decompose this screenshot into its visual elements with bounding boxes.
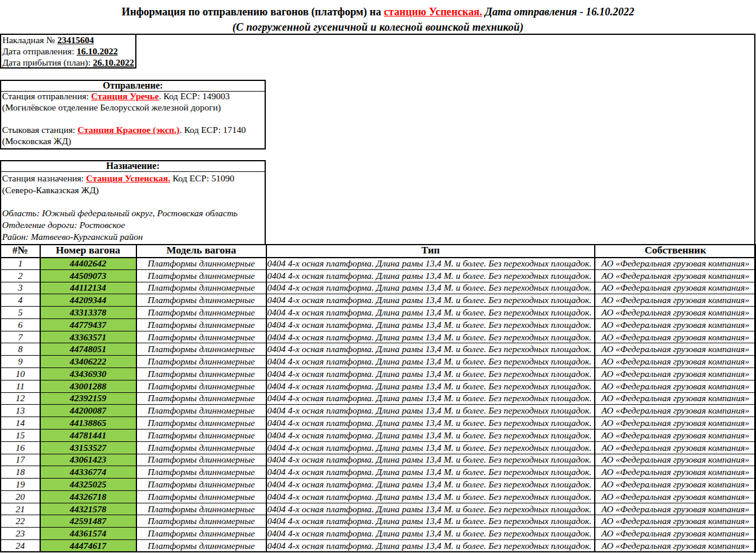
row-index-cell: 15 <box>1 429 40 441</box>
wagon-model-cell: Платформы длинномерные <box>136 318 267 331</box>
row-index-cell: 12 <box>1 392 40 405</box>
row-index-cell: 5 <box>1 307 40 319</box>
departure-station-line: Станция отправления: Станция Уречье. Код… <box>2 90 265 102</box>
wagon-model-cell: Платформы длинномерные <box>136 429 267 441</box>
row-index-cell: 7 <box>1 331 40 343</box>
wagon-type-cell: 0404 4-х осная платформа. Длина рамы 13,… <box>266 479 595 491</box>
departure-station-label: Станция отправления: <box>2 91 92 101</box>
wagon-model-cell: Платформы длинномерные <box>136 528 267 540</box>
row-index-cell: 18 <box>1 466 40 479</box>
wagon-table-row: 2044326718Платформы длинномерные0404 4-х… <box>1 490 756 503</box>
wagon-type-cell: 0404 4-х осная платформа. Длина рамы 13,… <box>266 368 595 380</box>
wagon-model-cell: Платформы длинномерные <box>136 294 267 307</box>
wagon-table-row: 244509073Платформы длинномерные0404 4-х … <box>1 269 756 282</box>
wagon-table-row: 1043436930Платформы длинномерные0404 4-х… <box>1 368 756 380</box>
departure-station-name: Станция Уречье <box>91 91 159 101</box>
wagon-number-cell: 44474617 <box>40 539 136 552</box>
destination-station-code: Код ЕСР: 51090 <box>170 173 234 183</box>
wagon-number-cell: 44326718 <box>40 490 136 503</box>
wagon-number-cell: 43001288 <box>40 380 136 392</box>
wagon-number-cell: 44402642 <box>40 258 136 270</box>
junction-station-line: Стыковая станция: Станция Красное (эксп.… <box>2 124 265 135</box>
row-index-cell: 21 <box>1 503 40 515</box>
wagon-table-row: 1944325025Платформы длинномерные0404 4-х… <box>1 479 756 491</box>
document-page: { "page": { "width": 1280, "height": 936… <box>0 0 756 553</box>
wagon-table-row: 2444474617Платформы длинномерные0404 4-х… <box>1 539 756 552</box>
wagon-number-cell: 42392159 <box>40 392 136 405</box>
row-index-cell: 22 <box>1 515 40 528</box>
wagon-model-cell: Платформы длинномерные <box>136 417 267 430</box>
wagon-owner-cell: АО «Федеральная грузовая компания» <box>595 392 756 405</box>
row-index-cell: 16 <box>1 441 40 454</box>
destination-station-label: Станция назначения: <box>2 173 86 183</box>
wagon-owner-cell: АО «Федеральная грузовая компания» <box>595 269 756 282</box>
wagon-owner-cell: АО «Федеральная грузовая компания» <box>595 490 756 503</box>
wagon-owner-cell: АО «Федеральная грузовая компания» <box>595 258 756 270</box>
wagon-number-cell: 43406222 <box>40 356 136 368</box>
destination-station-name: Станция Успенская. <box>86 173 171 183</box>
wagon-owner-cell: АО «Федеральная грузовая компания» <box>595 282 756 294</box>
wagon-owner-cell: АО «Федеральная грузовая компания» <box>595 331 756 343</box>
wagon-number-cell: 44321578 <box>40 503 136 515</box>
wagon-table-row: 1844336774Платформы длинномерные0404 4-х… <box>1 466 756 479</box>
waybill-number-value: 23415604 <box>57 35 94 45</box>
destination-section-header: Назначение: <box>1 161 265 172</box>
junction-station-name: Станция Красное (эксп.) <box>77 125 180 135</box>
wagon-number-cell: 44200087 <box>40 405 136 417</box>
departure-station-code: . Код ЕСР: 149003 <box>159 91 230 101</box>
arrival-date-label: Дата прибытия (план): <box>2 57 93 67</box>
wagon-number-cell: 43061423 <box>40 454 136 466</box>
wagon-type-cell: 0404 4-х осная платформа. Длина рамы 13,… <box>266 318 595 331</box>
wagon-type-cell: 0404 4-х осная платформа. Длина рамы 13,… <box>266 417 595 430</box>
row-index-cell: 10 <box>1 368 40 380</box>
waybill-arrival-date-line: Дата прибытия (план): 26.10.2022 <box>2 57 135 68</box>
row-index-cell: 14 <box>1 417 40 430</box>
wagon-number-cell: 42591487 <box>40 515 136 528</box>
title-line-2: (С погруженной гусеничной и колесной вои… <box>0 19 756 35</box>
wagon-table-region: #№ Номер вагона Модель вагона Тип Собств… <box>0 244 755 552</box>
wagon-type-cell: 0404 4-х осная платформа. Длина рамы 13,… <box>266 528 595 540</box>
wagon-number-cell: 44779437 <box>40 318 136 331</box>
spacer-line <box>2 196 265 208</box>
row-index-cell: 8 <box>1 343 40 356</box>
wagon-model-cell: Платформы длинномерные <box>136 503 267 515</box>
wagon-owner-cell: АО «Федеральная грузовая компания» <box>595 356 756 368</box>
wagon-model-cell: Платформы длинномерные <box>136 307 267 319</box>
wagon-model-cell: Платформы длинномерные <box>136 368 267 380</box>
row-index-cell: 24 <box>1 539 40 552</box>
wagon-owner-cell: АО «Федеральная грузовая компания» <box>595 528 756 540</box>
wagon-table-row: 144402642Платформы длинномерные0404 4-х … <box>1 258 756 270</box>
departure-section-content: Станция отправления: Станция Уречье. Код… <box>1 90 265 147</box>
wagon-model-cell: Платформы длинномерные <box>136 392 267 405</box>
wagon-owner-cell: АО «Федеральная грузовая компания» <box>595 441 756 454</box>
row-index-cell: 23 <box>1 528 40 540</box>
wagon-number-cell: 44361574 <box>40 528 136 540</box>
wagon-model-cell: Платформы длинномерные <box>136 490 267 503</box>
column-header-owner: Собственник <box>595 245 756 258</box>
row-index-cell: 9 <box>1 356 40 368</box>
departure-station-note: (Могилёвское отделение Белорусской желез… <box>2 102 265 113</box>
title-prefix: Информация по отправлению вагонов (платф… <box>122 6 384 18</box>
column-header-index: #№ <box>1 245 40 258</box>
wagon-table-row: 1143001288Платформы длинномерные0404 4-х… <box>1 380 756 392</box>
wagon-owner-cell: АО «Федеральная грузовая компания» <box>595 318 756 331</box>
wagon-owner-cell: АО «Федеральная грузовая компания» <box>595 368 756 380</box>
wagon-owner-cell: АО «Федеральная грузовая компания» <box>595 539 756 552</box>
wagon-table-row: 444209344Платформы длинномерные0404 4-х … <box>1 294 756 307</box>
wagon-type-cell: 0404 4-х осная платформа. Длина рамы 13,… <box>266 539 595 552</box>
waybill-info-box: Накладная № 23415604 Дата отправления: 1… <box>0 35 136 69</box>
row-index-cell: 1 <box>1 258 40 270</box>
wagon-type-cell: 0404 4-х осная платформа. Длина рамы 13,… <box>266 258 595 270</box>
wagon-table-header: #№ Номер вагона Модель вагона Тип Собств… <box>1 245 756 258</box>
wagon-table-row: 1344200087Платформы длинномерные0404 4-х… <box>1 405 756 417</box>
wagon-model-cell: Платформы длинномерные <box>136 466 267 479</box>
waybill-number-label: Накладная № <box>2 35 57 45</box>
column-header-wagon-number: Номер вагона <box>40 245 136 258</box>
destination-section: Назначение: Станция назначения: Станция … <box>0 160 266 245</box>
wagon-model-cell: Платформы длинномерные <box>136 515 267 528</box>
wagon-table-header-row: #№ Номер вагона Модель вагона Тип Собств… <box>1 245 756 258</box>
wagon-number-cell: 44325025 <box>40 479 136 491</box>
row-index-cell: 2 <box>1 269 40 282</box>
wagon-model-cell: Платформы длинномерные <box>136 258 267 270</box>
wagon-owner-cell: АО «Федеральная грузовая компания» <box>595 294 756 307</box>
